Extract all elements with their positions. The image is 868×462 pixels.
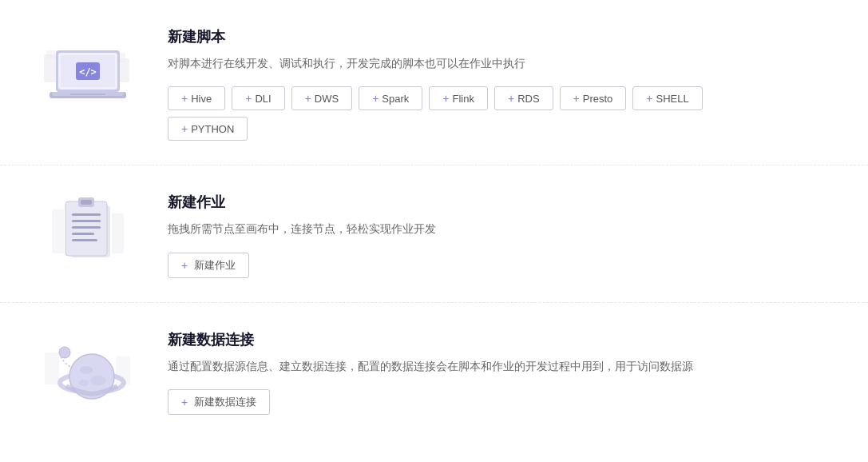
connection-desc: 通过配置数据源信息、建立数据连接，配置的数据连接会在脚本和作业的开发过程中用到，… xyxy=(168,357,836,375)
svg-text:</>: </> xyxy=(79,66,97,78)
svg-point-30 xyxy=(90,376,106,385)
laptop-icon: </> xyxy=(40,30,136,106)
job-section: 新建作业 拖拽所需节点至画布中，连接节点，轻松实现作业开发 + 新建作业 xyxy=(0,165,868,302)
job-content: 新建作业 拖拽所需节点至画布中，连接节点，轻松实现作业开发 + 新建作业 xyxy=(168,189,836,277)
connection-content: 新建数据连接 通过配置数据源信息、建立数据连接，配置的数据连接会在脚本和作业的开… xyxy=(168,327,836,415)
svg-rect-23 xyxy=(81,200,92,205)
btn-presto[interactable]: +Presto xyxy=(560,86,627,110)
svg-rect-1 xyxy=(46,50,56,58)
script-illustration: </> xyxy=(32,24,144,112)
script-content: 新建脚本 对脚本进行在线开发、调试和执行，开发完成的脚本也可以在作业中执行 +H… xyxy=(168,24,836,141)
script-button-group: +Hive +DLI +DWS +Spark +Flink +RDS +Pres… xyxy=(168,86,836,110)
btn-python[interactable]: +PYTHON xyxy=(168,117,248,141)
btn-dli[interactable]: +DLI xyxy=(232,86,284,110)
job-button-group: + 新建作业 xyxy=(168,253,836,278)
btn-flink[interactable]: +Flink xyxy=(429,86,488,110)
script-extra-button-group: +PYTHON xyxy=(168,117,836,141)
btn-new-connection[interactable]: + 新建数据连接 xyxy=(168,389,270,415)
svg-rect-19 xyxy=(72,226,101,229)
connection-button-group: + 新建数据连接 xyxy=(168,389,836,415)
btn-hive[interactable]: +Hive xyxy=(168,86,225,110)
job-illustration xyxy=(32,189,144,277)
svg-point-31 xyxy=(79,380,89,386)
connection-section: 新建数据连接 通过配置数据源信息、建立数据连接，配置的数据连接会在脚本和作业的开… xyxy=(0,303,868,439)
svg-rect-13 xyxy=(112,213,124,253)
btn-spark[interactable]: +Spark xyxy=(359,86,422,110)
svg-rect-20 xyxy=(72,233,94,235)
svg-rect-11 xyxy=(70,94,105,95)
script-section: </> 新建脚本 对脚本进行在线开发、调试和执行，开发完成的脚本也可以在作业中执… xyxy=(0,0,868,165)
planet-icon xyxy=(42,329,134,412)
btn-shell[interactable]: +SHELL xyxy=(632,86,702,110)
main-container: </> 新建脚本 对脚本进行在线开发、调试和执行，开发完成的脚本也可以在作业中执… xyxy=(0,0,868,439)
job-title: 新建作业 xyxy=(168,193,836,212)
script-desc: 对脚本进行在线开发、调试和执行，开发完成的脚本也可以在作业中执行 xyxy=(168,54,836,72)
svg-rect-24 xyxy=(45,352,59,384)
job-desc: 拖拽所需节点至画布中，连接节点，轻松实现作业开发 xyxy=(168,220,836,237)
btn-rds[interactable]: +RDS xyxy=(494,86,553,110)
script-title: 新建脚本 xyxy=(168,27,836,46)
svg-rect-18 xyxy=(72,220,101,222)
connection-illustration xyxy=(32,327,144,415)
document-icon xyxy=(48,189,128,277)
btn-new-job[interactable]: + 新建作业 xyxy=(168,253,249,278)
svg-point-29 xyxy=(80,366,93,374)
svg-rect-17 xyxy=(72,213,101,216)
svg-rect-12 xyxy=(52,209,64,253)
btn-dws[interactable]: +DWS xyxy=(291,86,353,110)
connection-title: 新建数据连接 xyxy=(168,330,836,349)
svg-rect-21 xyxy=(72,239,97,241)
